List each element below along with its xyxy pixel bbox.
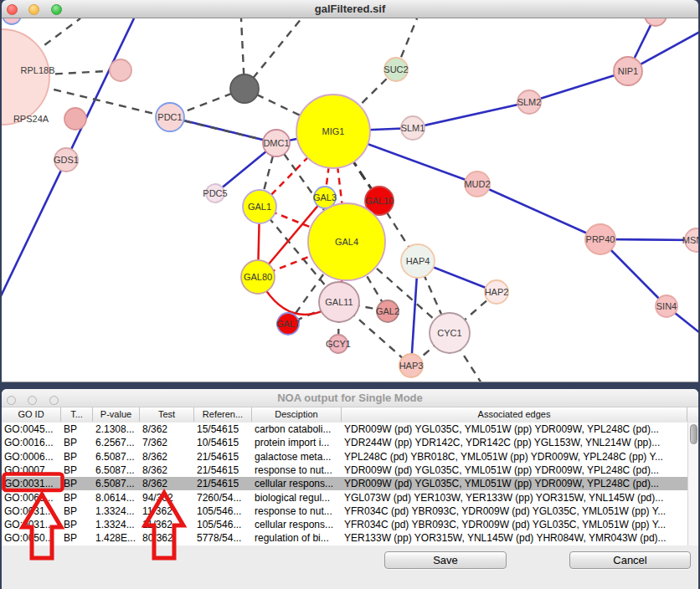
node-label-DMC1: DMC1 [263, 138, 289, 148]
table-row-5[interactable]: GO:0065...BP8.0614...94/3627260/54...bio… [2, 491, 687, 504]
noa-window: NOA output for Single Mode GO IDT...P-va… [2, 389, 698, 589]
node-label-GAL11: GAL11 [325, 297, 353, 307]
node-graynode[interactable] [230, 74, 259, 103]
cell: biological regul... [255, 491, 341, 504]
table-row-6[interactable]: GO:0031...BP1.3324...11/362105/546...res… [2, 504, 687, 518]
cell: BP [64, 531, 92, 545]
column-header-test[interactable]: Test [140, 407, 194, 422]
table-row-0[interactable]: GO:0045...BP2.1308...8/36215/54615carbon… [2, 423, 687, 436]
node-label-SLM2: SLM2 [517, 97, 542, 107]
node-label-CYC1: CYC1 [437, 328, 461, 338]
cell: protein import i... [255, 436, 341, 449]
node-toprt[interactable] [645, 18, 667, 26]
cell: YFR034C (pd) YBR093C, YDR009W (pd) YGL03… [344, 504, 687, 518]
cell: 2.1308... [95, 423, 139, 436]
cell: 7/362 [142, 436, 193, 449]
cell: 105/546... [197, 518, 251, 531]
noa-window-title: NOA output for Single Mode [2, 389, 698, 407]
node-RPL18B[interactable] [110, 59, 131, 81]
node-bignode[interactable] [2, 29, 49, 125]
node-label-GAL10: GAL10 [365, 196, 394, 206]
edge-MUD2-PRP40 [477, 184, 600, 239]
cell: cellular respons... [255, 477, 341, 490]
cell: YDR009W (pd) YGL035C, YML051W (pp) YDR00… [344, 477, 687, 490]
table-row-4[interactable]: GO:0031...BP6.5087...8/36221/54615cellul… [2, 477, 687, 490]
noa-window-titlebar[interactable]: NOA output for Single Mode [2, 389, 698, 407]
cell: 8/362 [142, 477, 193, 490]
cell: 105/546... [197, 504, 251, 518]
table-row-8[interactable]: GO:0050...BP1.428E...80/3625778/54...reg… [2, 531, 687, 545]
cell: YER133W (pp) YOR315W, YNL145W (pd) YHR08… [344, 531, 687, 545]
table-row-3[interactable]: GO:0007...BP6.5087...8/36221/54615respon… [2, 464, 687, 477]
node-label-PDC1: PDC1 [157, 112, 182, 122]
node-label-RPL18B: RPL18B [21, 65, 55, 75]
node-label-GAL3: GAL3 [313, 192, 337, 202]
table-row-7[interactable]: GO:0031...BP1.3324...11/362105/546...cel… [2, 518, 687, 531]
node-label-GAL4: GAL4 [335, 237, 358, 247]
node-label-PRP40: PRP40 [586, 234, 615, 244]
cell: 6.2567... [95, 436, 139, 449]
vertical-scrollbar[interactable] [687, 423, 698, 545]
cell: GO:0050... [4, 531, 60, 545]
cell: YGL073W (pd) YER103W, YER133W (pp) YOR31… [344, 491, 687, 504]
cell: GO:0031... [4, 518, 60, 531]
cell: 8/362 [142, 450, 193, 464]
cell: 6.5087... [95, 464, 139, 477]
cell: 8.0614... [95, 491, 139, 504]
save-button[interactable]: Save [384, 551, 507, 569]
cell: GO:0065... [4, 491, 60, 504]
cell: BP [64, 450, 92, 464]
cell: 94/362 [142, 491, 193, 504]
column-header-referen-[interactable]: Referen... [194, 407, 252, 422]
cell: GO:0006... [4, 450, 60, 464]
cell: 6.5087... [95, 450, 139, 464]
node-label-MSN5: MSN5 [682, 235, 698, 245]
cell: 8/362 [142, 464, 193, 477]
node-label-RPS24A: RPS24A [13, 114, 49, 124]
table-row-1[interactable]: GO:0016...BP6.2567...7/36210/54615protei… [2, 436, 687, 449]
node-label-GDS1: GDS1 [54, 155, 79, 165]
node-RPS24A[interactable] [64, 108, 86, 130]
cell: GO:0045... [4, 423, 60, 436]
cell: GO:0016... [4, 436, 60, 449]
node-minitl[interactable] [3, 18, 21, 24]
column-header-associated-edges[interactable]: Associated edges [342, 407, 687, 422]
cell: cellular respons... [255, 518, 341, 531]
cell: 21/54615 [197, 477, 251, 490]
column-header-go-id[interactable]: GO ID [2, 407, 61, 422]
node-label-GAL1: GAL1 [248, 202, 271, 212]
cell: 21/54615 [197, 450, 251, 464]
cell: YPL248C (pd) YBR018C, YML051W (pp) YDR00… [344, 450, 687, 464]
column-header-p-value[interactable]: P-value [93, 407, 140, 422]
cell: BP [64, 423, 92, 436]
cell: BP [64, 518, 92, 531]
node-label-SIN4: SIN4 [656, 301, 677, 311]
network-canvas[interactable]: RPL18BRPS24AGDS1PDC1DMC1MIG1SUC2SLM1SLM2… [2, 18, 698, 382]
cell: 11/362 [142, 518, 193, 531]
graph-window-titlebar[interactable]: galFiltered.sif [2, 0, 698, 18]
cell: BP [64, 504, 92, 518]
graph-window-title: galFiltered.sif [2, 0, 698, 18]
column-header-desciption[interactable]: Desciption [252, 407, 342, 422]
cell: YDR009W (pd) YGL035C, YML051W (pp) YDR00… [344, 464, 687, 477]
cell: 80/362 [142, 531, 193, 545]
edge-SLM2-NIP1 [529, 71, 628, 102]
node-label-HAP4: HAP4 [406, 256, 430, 266]
table-row-2[interactable]: GO:0006...BP6.5087...8/36221/54615galact… [2, 450, 687, 464]
column-header-t-[interactable]: T... [61, 407, 93, 422]
cell: 11/362 [142, 504, 193, 518]
node-label-SUC2: SUC2 [383, 64, 408, 74]
cell: BP [64, 477, 92, 490]
cell: YFR034C (pd) YBR093C, YDR009W (pd) YGL03… [344, 518, 687, 531]
cancel-button[interactable]: Cancel [569, 551, 691, 569]
node-label-HAP2: HAP2 [485, 287, 509, 297]
cell: 1.3324... [95, 504, 139, 518]
cell: BP [64, 436, 92, 449]
scrollbar-thumb[interactable] [690, 424, 697, 444]
cell: 21/54615 [197, 464, 251, 477]
graph-window: galFiltered.sif RPL18BRPS24AGDS1PDC1DMC1… [2, 0, 698, 382]
cell: regulation of bi... [255, 531, 341, 545]
cell: GO:0031... [4, 504, 60, 518]
table-body: GO:0045...BP2.1308...8/36215/54615carbon… [2, 423, 698, 545]
cell: response to nut... [255, 464, 341, 477]
